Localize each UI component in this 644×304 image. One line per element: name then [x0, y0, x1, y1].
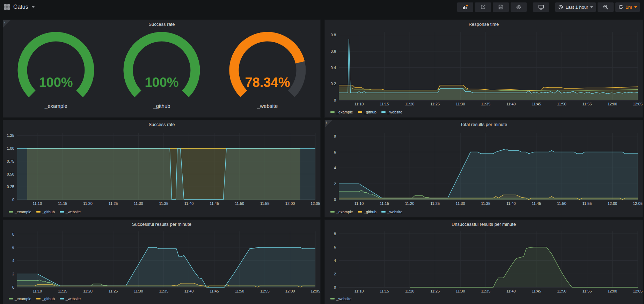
dashboard-title[interactable]: Gatus — [13, 4, 28, 10]
legend-item[interactable]: _github — [358, 210, 376, 214]
x-tick-label: 12:00 — [285, 201, 295, 206]
settings-button[interactable] — [511, 2, 527, 12]
x-tick-label: 12:00 — [608, 201, 617, 206]
y-tick-label: 0.6 — [331, 49, 336, 53]
x-tick-label: 11:30 — [456, 201, 465, 206]
chart-legend: _example_github_website — [9, 297, 81, 301]
x-tick-label: 11:35 — [159, 289, 168, 293]
legend-item[interactable]: _example — [9, 297, 31, 301]
x-tick-label: 12:05 — [310, 201, 320, 206]
series-area-_website — [410, 247, 638, 287]
x-tick-label: 11:50 — [235, 201, 244, 206]
y-tick-label: 0.75 — [7, 159, 14, 163]
x-tick-label: 11:30 — [134, 289, 143, 293]
chart-plot[interactable]: 11:1011:1511:2011:2511:3011:3511:4011:45… — [339, 231, 638, 287]
legend-item[interactable]: _example — [330, 210, 353, 214]
legend-item[interactable]: _github — [358, 110, 376, 114]
x-tick-label: 11:35 — [481, 102, 490, 106]
share-icon — [480, 4, 486, 10]
legend-item[interactable]: _example — [9, 210, 31, 214]
x-tick-label: 11:55 — [583, 102, 592, 106]
legend-item[interactable]: _github — [36, 210, 55, 214]
x-tick-label: 11:10 — [354, 201, 364, 206]
refresh-button[interactable]: 1m — [615, 2, 640, 12]
y-tick-label: 0.2 — [331, 82, 336, 86]
chevron-down-icon — [634, 6, 637, 8]
time-range-button[interactable]: Last 1 hour — [555, 2, 596, 12]
x-tick-label: 11:45 — [210, 289, 219, 293]
zoom-out-icon — [603, 4, 608, 10]
legend-item[interactable]: _github — [36, 297, 55, 301]
save-icon — [498, 4, 504, 10]
x-tick-label: 11:50 — [557, 102, 566, 106]
legend-label: _github — [42, 297, 55, 301]
x-tick-label: 11:20 — [83, 289, 93, 293]
chart-plot[interactable]: 11:1011:1511:2011:2511:3011:3511:4011:45… — [339, 32, 638, 100]
share-button[interactable] — [475, 2, 491, 12]
legend-swatch-icon — [381, 111, 386, 113]
y-tick-label: 0 — [334, 198, 336, 202]
time-range-label: Last 1 hour — [565, 5, 588, 10]
add-panel-button[interactable] — [457, 2, 473, 12]
legend-item[interactable]: _example — [330, 110, 353, 114]
gauge-series-label: _website — [224, 103, 311, 109]
legend-item[interactable]: _website — [381, 110, 402, 114]
x-tick-label: 11:10 — [33, 201, 42, 206]
chart-legend: _example_github_website — [9, 210, 81, 214]
dashboards-grid-icon[interactable] — [4, 4, 10, 10]
panel-title[interactable]: Success rate — [3, 20, 320, 29]
panel-title[interactable]: Successful results per minute — [3, 220, 320, 229]
panel-title[interactable]: Total results per minute — [325, 120, 643, 129]
y-tick-label: 6 — [334, 245, 336, 249]
legend-label: _example — [336, 110, 353, 114]
gauge-value-text: 100% — [39, 75, 73, 90]
gauge-series-label: _example — [12, 103, 100, 109]
series-line-_website — [339, 39, 638, 94]
x-tick-label: 11:40 — [506, 201, 516, 206]
chart-legend: _website — [330, 297, 351, 301]
x-tick-label: 11:40 — [506, 102, 516, 106]
x-tick-label: 11:20 — [405, 102, 415, 106]
x-tick-label: 11:40 — [184, 201, 194, 206]
x-tick-label: 11:20 — [405, 201, 415, 206]
legend-swatch-icon — [358, 211, 362, 213]
legend-label: _github — [364, 110, 376, 114]
x-tick-label: 12:05 — [633, 289, 643, 293]
x-tick-label: 12:05 — [310, 289, 320, 293]
panel-title[interactable]: Response time — [325, 20, 643, 29]
x-tick-label: 11:15 — [380, 201, 389, 206]
save-button[interactable] — [493, 2, 509, 12]
zoom-out-button[interactable] — [598, 2, 614, 12]
gauges-row: 100%_example100%_github78.34%_website — [3, 31, 320, 109]
legend-item[interactable]: _website — [381, 210, 402, 214]
y-tick-label: 2 — [334, 182, 336, 186]
panel-info-icon[interactable]: i — [325, 120, 332, 128]
x-tick-label: 11:35 — [481, 201, 490, 206]
y-tick-label: 8 — [334, 232, 336, 236]
panel-title[interactable]: Success rate — [3, 120, 320, 129]
clock-icon — [558, 5, 563, 10]
legend-item[interactable]: _website — [330, 297, 351, 301]
y-tick-label: 8 — [12, 232, 14, 236]
chart-plot[interactable]: 11:1011:1511:2011:2511:3011:3511:4011:45… — [339, 133, 638, 200]
legend-item[interactable]: _website — [60, 210, 81, 214]
x-tick-label: 12:05 — [633, 102, 643, 106]
legend-swatch-icon — [381, 211, 386, 213]
tv-mode-button[interactable] — [533, 2, 549, 12]
panel-title[interactable]: Unsuccessful results per minute — [325, 220, 643, 229]
x-tick-label: 11:35 — [159, 201, 168, 206]
chart-plot[interactable]: 11:1011:1511:2011:2511:3011:3511:4011:45… — [17, 231, 315, 287]
dashboard-picker[interactable]: Gatus — [4, 4, 35, 10]
legend-swatch-icon — [330, 211, 335, 213]
y-tick-label: 4 — [334, 166, 336, 170]
x-tick-label: 12:05 — [633, 201, 643, 206]
panel-info-icon[interactable]: i — [3, 20, 11, 28]
legend-swatch-icon — [36, 211, 41, 213]
legend-item[interactable]: _website — [60, 297, 81, 301]
refresh-interval-label: 1m — [625, 5, 632, 10]
x-tick-label: 11:55 — [583, 289, 592, 293]
legend-swatch-icon — [330, 298, 335, 299]
add-panel-icon — [462, 4, 468, 10]
y-tick-label: 1.00 — [7, 146, 14, 150]
chart-plot[interactable]: 11:1011:1511:2011:2511:3011:3511:4011:45… — [17, 133, 315, 200]
